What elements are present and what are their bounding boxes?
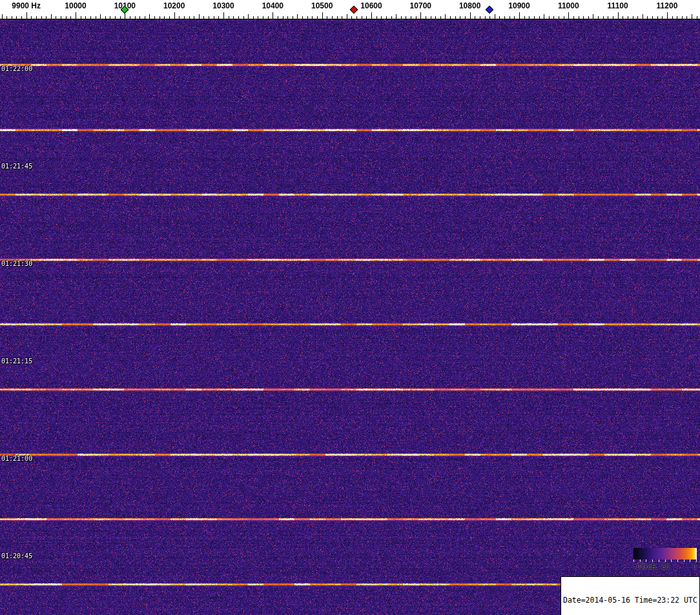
freq-tick-label: 10200 — [163, 1, 185, 10]
freq-tick-label: 10500 — [311, 1, 333, 10]
db-scale-label: -50 — [660, 563, 669, 570]
frequency-ruler: 9900 Hz100001010010200103001040010500106… — [0, 0, 700, 19]
freq-tick-label: 10600 — [360, 1, 382, 10]
spectrogram-app: 9900 Hz100001010010200103001040010500106… — [0, 0, 700, 615]
db-scale-gradient — [633, 548, 697, 563]
time-tick-label: 01:21:15 — [1, 358, 32, 365]
db-scale-legend: -100 dB-500 — [633, 548, 698, 574]
time-tick-label: 01:20:45 — [1, 552, 32, 560]
freq-tick-label: 10400 — [262, 1, 283, 10]
freq-tick-label: 11100 — [608, 1, 628, 10]
spectrogram-canvas — [0, 19, 700, 615]
time-tick-label: 01:21:30 — [1, 260, 32, 267]
freq-tick-label: 10900 — [508, 1, 530, 10]
freq-tick-label: 10300 — [212, 1, 234, 10]
info-date-time: Date=2014-05-16 Time=23:22 UTC — [563, 596, 697, 605]
freq-tick-label: 10000 — [65, 1, 86, 10]
freq-tick-label: 9900 Hz — [12, 1, 41, 10]
db-scale-label: 0 — [692, 563, 696, 570]
freq-tick-label: 11000 — [558, 1, 579, 10]
waterfall-area: 01:22:0001:21:4501:21:3001:21:1501:21:00… — [0, 19, 700, 615]
freq-tick-label: 10700 — [410, 1, 431, 10]
db-scale-label: -100 dB — [633, 563, 656, 570]
time-tick-label: 01:21:45 — [1, 163, 32, 170]
time-tick-label: 01:21:00 — [1, 455, 32, 462]
freq-tick-label: 10800 — [459, 1, 480, 10]
freq-tick-label: 11200 — [657, 1, 678, 10]
time-tick-label: 01:22:00 — [1, 65, 32, 72]
observation-info-box: Date=2014-05-16 Time=23:22 UTC Freq=143 … — [561, 576, 700, 615]
